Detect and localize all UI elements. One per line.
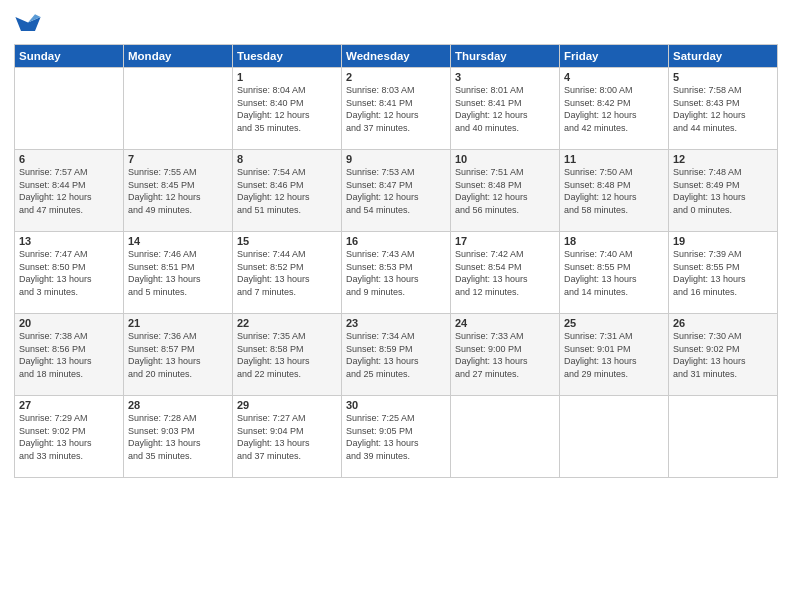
day-number: 22 xyxy=(237,317,337,329)
day-number: 4 xyxy=(564,71,664,83)
day-info: Sunrise: 7:50 AM Sunset: 8:48 PM Dayligh… xyxy=(564,166,664,216)
day-number: 2 xyxy=(346,71,446,83)
weekday-header-monday: Monday xyxy=(124,45,233,68)
day-number: 16 xyxy=(346,235,446,247)
calendar-day-19: 19Sunrise: 7:39 AM Sunset: 8:55 PM Dayli… xyxy=(669,232,778,314)
day-info: Sunrise: 7:40 AM Sunset: 8:55 PM Dayligh… xyxy=(564,248,664,298)
day-number: 30 xyxy=(346,399,446,411)
calendar-day-12: 12Sunrise: 7:48 AM Sunset: 8:49 PM Dayli… xyxy=(669,150,778,232)
calendar-day-11: 11Sunrise: 7:50 AM Sunset: 8:48 PM Dayli… xyxy=(560,150,669,232)
day-number: 13 xyxy=(19,235,119,247)
day-number: 14 xyxy=(128,235,228,247)
calendar-empty xyxy=(669,396,778,478)
calendar-week-1: 6Sunrise: 7:57 AM Sunset: 8:44 PM Daylig… xyxy=(15,150,778,232)
day-info: Sunrise: 7:53 AM Sunset: 8:47 PM Dayligh… xyxy=(346,166,446,216)
calendar-day-10: 10Sunrise: 7:51 AM Sunset: 8:48 PM Dayli… xyxy=(451,150,560,232)
day-info: Sunrise: 7:55 AM Sunset: 8:45 PM Dayligh… xyxy=(128,166,228,216)
calendar-header-row: SundayMondayTuesdayWednesdayThursdayFrid… xyxy=(15,45,778,68)
day-number: 1 xyxy=(237,71,337,83)
calendar-day-2: 2Sunrise: 8:03 AM Sunset: 8:41 PM Daylig… xyxy=(342,68,451,150)
calendar-week-3: 20Sunrise: 7:38 AM Sunset: 8:56 PM Dayli… xyxy=(15,314,778,396)
day-info: Sunrise: 7:38 AM Sunset: 8:56 PM Dayligh… xyxy=(19,330,119,380)
calendar-week-4: 27Sunrise: 7:29 AM Sunset: 9:02 PM Dayli… xyxy=(15,396,778,478)
day-info: Sunrise: 7:39 AM Sunset: 8:55 PM Dayligh… xyxy=(673,248,773,298)
day-info: Sunrise: 7:30 AM Sunset: 9:02 PM Dayligh… xyxy=(673,330,773,380)
calendar-day-28: 28Sunrise: 7:28 AM Sunset: 9:03 PM Dayli… xyxy=(124,396,233,478)
calendar-week-0: 1Sunrise: 8:04 AM Sunset: 8:40 PM Daylig… xyxy=(15,68,778,150)
calendar-day-1: 1Sunrise: 8:04 AM Sunset: 8:40 PM Daylig… xyxy=(233,68,342,150)
calendar-day-4: 4Sunrise: 8:00 AM Sunset: 8:42 PM Daylig… xyxy=(560,68,669,150)
day-number: 29 xyxy=(237,399,337,411)
day-info: Sunrise: 8:03 AM Sunset: 8:41 PM Dayligh… xyxy=(346,84,446,134)
day-number: 27 xyxy=(19,399,119,411)
calendar-day-14: 14Sunrise: 7:46 AM Sunset: 8:51 PM Dayli… xyxy=(124,232,233,314)
day-info: Sunrise: 7:51 AM Sunset: 8:48 PM Dayligh… xyxy=(455,166,555,216)
day-info: Sunrise: 7:28 AM Sunset: 9:03 PM Dayligh… xyxy=(128,412,228,462)
calendar: SundayMondayTuesdayWednesdayThursdayFrid… xyxy=(14,44,778,478)
day-number: 12 xyxy=(673,153,773,165)
calendar-day-17: 17Sunrise: 7:42 AM Sunset: 8:54 PM Dayli… xyxy=(451,232,560,314)
day-info: Sunrise: 8:00 AM Sunset: 8:42 PM Dayligh… xyxy=(564,84,664,134)
day-number: 9 xyxy=(346,153,446,165)
day-info: Sunrise: 7:57 AM Sunset: 8:44 PM Dayligh… xyxy=(19,166,119,216)
calendar-day-23: 23Sunrise: 7:34 AM Sunset: 8:59 PM Dayli… xyxy=(342,314,451,396)
day-number: 20 xyxy=(19,317,119,329)
weekday-header-saturday: Saturday xyxy=(669,45,778,68)
day-number: 21 xyxy=(128,317,228,329)
day-number: 19 xyxy=(673,235,773,247)
calendar-day-8: 8Sunrise: 7:54 AM Sunset: 8:46 PM Daylig… xyxy=(233,150,342,232)
calendar-empty xyxy=(560,396,669,478)
day-info: Sunrise: 7:25 AM Sunset: 9:05 PM Dayligh… xyxy=(346,412,446,462)
day-number: 6 xyxy=(19,153,119,165)
weekday-header-friday: Friday xyxy=(560,45,669,68)
calendar-day-5: 5Sunrise: 7:58 AM Sunset: 8:43 PM Daylig… xyxy=(669,68,778,150)
day-number: 17 xyxy=(455,235,555,247)
day-info: Sunrise: 7:46 AM Sunset: 8:51 PM Dayligh… xyxy=(128,248,228,298)
day-info: Sunrise: 8:04 AM Sunset: 8:40 PM Dayligh… xyxy=(237,84,337,134)
calendar-day-6: 6Sunrise: 7:57 AM Sunset: 8:44 PM Daylig… xyxy=(15,150,124,232)
day-info: Sunrise: 7:33 AM Sunset: 9:00 PM Dayligh… xyxy=(455,330,555,380)
day-info: Sunrise: 7:48 AM Sunset: 8:49 PM Dayligh… xyxy=(673,166,773,216)
calendar-day-15: 15Sunrise: 7:44 AM Sunset: 8:52 PM Dayli… xyxy=(233,232,342,314)
day-number: 15 xyxy=(237,235,337,247)
day-info: Sunrise: 7:36 AM Sunset: 8:57 PM Dayligh… xyxy=(128,330,228,380)
calendar-day-16: 16Sunrise: 7:43 AM Sunset: 8:53 PM Dayli… xyxy=(342,232,451,314)
calendar-day-21: 21Sunrise: 7:36 AM Sunset: 8:57 PM Dayli… xyxy=(124,314,233,396)
logo-icon xyxy=(14,10,42,38)
header xyxy=(14,10,778,38)
weekday-header-thursday: Thursday xyxy=(451,45,560,68)
day-info: Sunrise: 7:27 AM Sunset: 9:04 PM Dayligh… xyxy=(237,412,337,462)
day-number: 18 xyxy=(564,235,664,247)
day-number: 8 xyxy=(237,153,337,165)
day-info: Sunrise: 7:35 AM Sunset: 8:58 PM Dayligh… xyxy=(237,330,337,380)
day-info: Sunrise: 7:34 AM Sunset: 8:59 PM Dayligh… xyxy=(346,330,446,380)
day-number: 10 xyxy=(455,153,555,165)
calendar-empty xyxy=(15,68,124,150)
day-info: Sunrise: 7:44 AM Sunset: 8:52 PM Dayligh… xyxy=(237,248,337,298)
day-info: Sunrise: 7:58 AM Sunset: 8:43 PM Dayligh… xyxy=(673,84,773,134)
calendar-day-24: 24Sunrise: 7:33 AM Sunset: 9:00 PM Dayli… xyxy=(451,314,560,396)
weekday-header-wednesday: Wednesday xyxy=(342,45,451,68)
calendar-day-7: 7Sunrise: 7:55 AM Sunset: 8:45 PM Daylig… xyxy=(124,150,233,232)
calendar-empty xyxy=(451,396,560,478)
calendar-day-13: 13Sunrise: 7:47 AM Sunset: 8:50 PM Dayli… xyxy=(15,232,124,314)
day-info: Sunrise: 7:54 AM Sunset: 8:46 PM Dayligh… xyxy=(237,166,337,216)
day-number: 5 xyxy=(673,71,773,83)
page: SundayMondayTuesdayWednesdayThursdayFrid… xyxy=(0,0,792,612)
day-number: 3 xyxy=(455,71,555,83)
day-number: 26 xyxy=(673,317,773,329)
day-info: Sunrise: 7:29 AM Sunset: 9:02 PM Dayligh… xyxy=(19,412,119,462)
calendar-empty xyxy=(124,68,233,150)
calendar-day-9: 9Sunrise: 7:53 AM Sunset: 8:47 PM Daylig… xyxy=(342,150,451,232)
calendar-day-20: 20Sunrise: 7:38 AM Sunset: 8:56 PM Dayli… xyxy=(15,314,124,396)
calendar-day-25: 25Sunrise: 7:31 AM Sunset: 9:01 PM Dayli… xyxy=(560,314,669,396)
day-info: Sunrise: 8:01 AM Sunset: 8:41 PM Dayligh… xyxy=(455,84,555,134)
calendar-day-3: 3Sunrise: 8:01 AM Sunset: 8:41 PM Daylig… xyxy=(451,68,560,150)
day-info: Sunrise: 7:42 AM Sunset: 8:54 PM Dayligh… xyxy=(455,248,555,298)
logo xyxy=(14,10,46,38)
calendar-day-29: 29Sunrise: 7:27 AM Sunset: 9:04 PM Dayli… xyxy=(233,396,342,478)
calendar-day-18: 18Sunrise: 7:40 AM Sunset: 8:55 PM Dayli… xyxy=(560,232,669,314)
day-info: Sunrise: 7:43 AM Sunset: 8:53 PM Dayligh… xyxy=(346,248,446,298)
calendar-day-22: 22Sunrise: 7:35 AM Sunset: 8:58 PM Dayli… xyxy=(233,314,342,396)
calendar-day-27: 27Sunrise: 7:29 AM Sunset: 9:02 PM Dayli… xyxy=(15,396,124,478)
